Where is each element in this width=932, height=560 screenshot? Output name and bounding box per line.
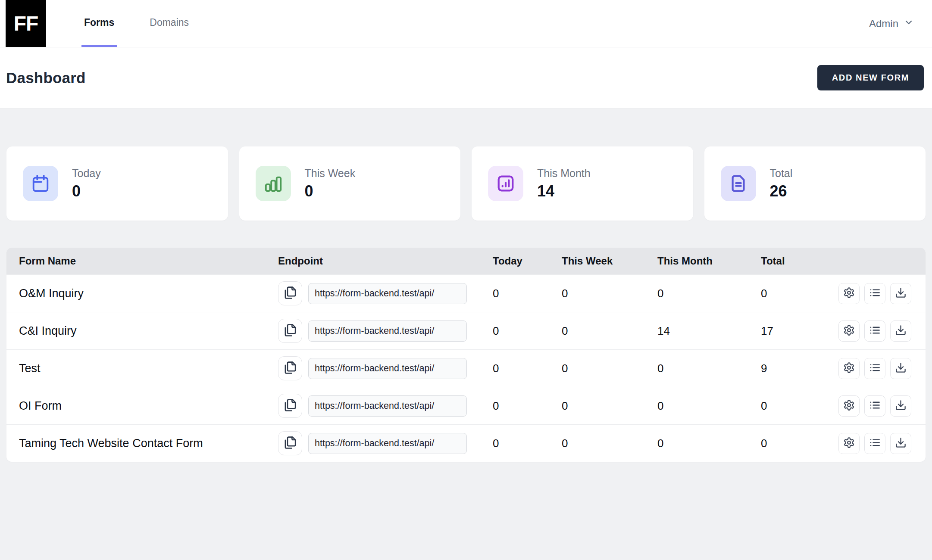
total-count: 9 [761,362,838,375]
row-actions [838,320,911,342]
form-name: OI Form [19,399,278,413]
nav-tabs: Forms Domains [81,0,222,47]
stat-text: Total 26 [770,167,793,200]
endpoint-cell [278,394,493,418]
download-icon [895,437,907,450]
endpoint-url-input[interactable] [308,283,467,304]
submissions-list-button[interactable] [864,433,885,454]
table-row: Test 0 0 0 9 [6,349,926,387]
download-button[interactable] [890,358,911,379]
page-header: Dashboard ADD NEW FORM [0,47,932,109]
stat-label: Total [770,167,793,180]
col-header-this-week: This Week [562,255,657,267]
col-header-this-month: This Month [657,255,761,267]
this-month-count: 0 [657,437,761,450]
stat-label: This Week [305,167,356,180]
submissions-list-button[interactable] [864,358,885,379]
submissions-list-icon [869,324,881,337]
settings-button[interactable] [838,395,860,417]
settings-button[interactable] [838,283,860,304]
page-title: Dashboard [6,69,86,87]
form-name: C&I Inquiry [19,324,278,338]
add-new-form-button[interactable]: ADD NEW FORM [817,65,924,90]
this-month-count: 0 [657,399,761,413]
this-month-count: 14 [657,324,761,338]
today-count: 0 [493,362,562,375]
chart-square-icon [488,166,523,201]
stat-label: Today [72,167,101,180]
download-button[interactable] [890,320,911,342]
endpoint-url-input[interactable] [308,358,467,379]
stats-row: Today 0 This Week 0 [6,146,926,221]
settings-button[interactable] [838,433,860,454]
stat-label: This Month [537,167,591,180]
row-actions [838,395,911,417]
endpoint-cell [278,356,493,380]
total-count: 17 [761,324,838,338]
submissions-list-button[interactable] [864,283,885,304]
copy-endpoint-button[interactable] [278,431,302,455]
table-row: C&I Inquiry 0 0 14 17 [6,312,926,349]
endpoint-url-input[interactable] [308,320,467,342]
tab-domains[interactable]: Domains [147,0,191,47]
this-week-count: 0 [562,287,657,300]
endpoint-url-input[interactable] [308,395,467,417]
settings-icon [843,287,855,300]
endpoint-cell [278,281,493,305]
stat-value: 0 [72,182,101,200]
chevron-down-icon [904,17,914,30]
table-header-row: Form Name Endpoint Today This Week This … [6,248,926,274]
copy-icon [284,398,297,413]
today-count: 0 [493,287,562,300]
download-button[interactable] [890,433,911,454]
stat-text: This Month 14 [537,167,591,200]
stat-text: Today 0 [72,167,101,200]
tab-forms[interactable]: Forms [81,0,117,47]
table-row: OI Form 0 0 0 0 [6,387,926,424]
settings-icon [843,324,855,337]
submissions-list-button[interactable] [864,320,885,342]
main-content: Today 0 This Week 0 [0,109,932,560]
total-count: 0 [761,287,838,300]
total-count: 0 [761,437,838,450]
settings-icon [843,437,855,450]
download-button[interactable] [890,283,911,304]
stat-card-this-week: This Week 0 [239,146,461,221]
submissions-list-icon [869,399,881,412]
today-count: 0 [493,437,562,450]
download-button[interactable] [890,395,911,417]
settings-button[interactable] [838,320,860,342]
copy-endpoint-button[interactable] [278,281,302,305]
copy-endpoint-button[interactable] [278,394,302,418]
settings-button[interactable] [838,358,860,379]
table-row: O&M Inquiry 0 0 0 0 [6,274,926,312]
form-name: Taming Tech Website Contact Form [19,437,278,450]
this-week-count: 0 [562,362,657,375]
copy-icon [284,286,297,301]
stat-value: 0 [305,182,356,200]
download-icon [895,399,907,412]
stat-text: This Week 0 [305,167,356,200]
document-icon [721,166,756,201]
tab-forms-label: Forms [84,17,114,28]
col-header-total: Total [761,255,911,267]
user-menu[interactable]: Admin [869,0,914,47]
submissions-list-button[interactable] [864,395,885,417]
copy-endpoint-button[interactable] [278,356,302,380]
user-menu-label: Admin [869,18,898,30]
tab-domains-label: Domains [150,17,189,28]
download-icon [895,324,907,337]
col-header-form-name: Form Name [19,255,278,267]
stat-card-today: Today 0 [6,146,228,221]
calendar-icon [23,166,58,201]
stat-value: 14 [537,182,591,200]
download-icon [895,287,907,300]
this-week-count: 0 [562,437,657,450]
row-actions [838,283,911,304]
endpoint-url-input[interactable] [308,433,467,454]
form-name: Test [19,362,278,375]
forms-table: Form Name Endpoint Today This Week This … [6,248,926,462]
copy-endpoint-button[interactable] [278,319,302,343]
settings-icon [843,399,855,412]
app-logo: FF [6,0,46,47]
